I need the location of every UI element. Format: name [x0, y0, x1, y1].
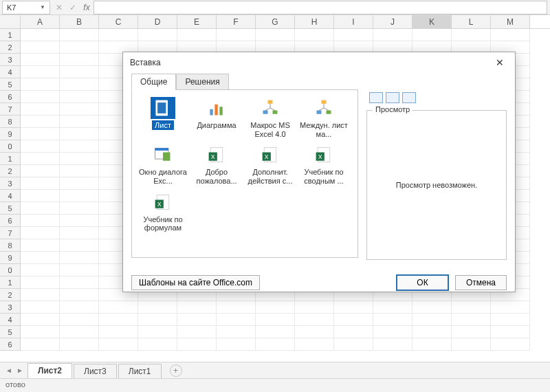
cell[interactable]: [60, 91, 99, 103]
column-header[interactable]: M: [491, 15, 530, 28]
cell[interactable]: [21, 227, 60, 239]
cell[interactable]: [21, 54, 60, 66]
cell[interactable]: [21, 338, 60, 351]
cell[interactable]: [60, 29, 99, 41]
cell[interactable]: [60, 239, 99, 252]
cell[interactable]: [491, 314, 530, 326]
cell[interactable]: [138, 314, 177, 326]
template-item[interactable]: XДополнит. действия с...: [243, 141, 297, 188]
cell[interactable]: [21, 314, 60, 326]
details-view-icon[interactable]: [402, 92, 416, 103]
cell[interactable]: [21, 41, 60, 54]
cell[interactable]: [217, 338, 256, 351]
column-header[interactable]: H: [295, 15, 334, 28]
cell[interactable]: [334, 314, 373, 326]
cell[interactable]: [412, 326, 452, 338]
column-header[interactable]: B: [60, 15, 99, 28]
column-header[interactable]: C: [99, 15, 138, 28]
cell[interactable]: [60, 202, 99, 215]
template-item[interactable]: XУчебник по сводным ...: [297, 141, 351, 188]
cell[interactable]: [60, 78, 99, 91]
cell[interactable]: [60, 153, 99, 165]
cell[interactable]: [177, 301, 217, 314]
formula-input[interactable]: [94, 1, 547, 14]
row-header[interactable]: 5: [0, 78, 21, 91]
template-item[interactable]: Окно диалога Exc...: [136, 141, 190, 188]
cell[interactable]: [21, 177, 60, 190]
column-header[interactable]: I: [334, 15, 373, 28]
cell[interactable]: [177, 314, 217, 326]
cell[interactable]: [21, 91, 60, 103]
row-header[interactable]: 4: [0, 66, 21, 78]
cell[interactable]: [60, 326, 99, 338]
cell[interactable]: [412, 29, 452, 41]
cell[interactable]: [412, 338, 452, 351]
row-header[interactable]: 3: [0, 177, 21, 190]
cell[interactable]: [60, 301, 99, 314]
cell[interactable]: [60, 128, 99, 140]
enter-icon[interactable]: ✓: [66, 3, 80, 12]
template-item[interactable]: Лист: [136, 94, 190, 141]
cell[interactable]: [60, 289, 99, 301]
cell[interactable]: [60, 264, 99, 276]
template-item[interactable]: Диаграмма: [190, 94, 243, 141]
cell[interactable]: [491, 301, 530, 314]
row-header[interactable]: 0: [0, 264, 21, 276]
close-icon[interactable]: ✕: [492, 56, 508, 69]
cell[interactable]: [452, 301, 491, 314]
sheet-tab[interactable]: Лист2: [28, 363, 72, 379]
cell[interactable]: [256, 29, 295, 41]
dialog-tab[interactable]: Решения: [176, 74, 228, 90]
row-header[interactable]: 0: [0, 140, 21, 153]
row-header[interactable]: 6: [0, 338, 21, 351]
column-header[interactable]: E: [177, 15, 217, 28]
row-header[interactable]: 4: [0, 190, 21, 202]
cell[interactable]: [217, 29, 256, 41]
cell[interactable]: [412, 314, 452, 326]
cell[interactable]: [334, 338, 373, 351]
fx-icon[interactable]: fx: [80, 3, 94, 12]
cell[interactable]: [452, 326, 491, 338]
cancel-button[interactable]: Отмена: [455, 275, 507, 290]
row-header[interactable]: 6: [0, 91, 21, 103]
column-header[interactable]: D: [138, 15, 177, 28]
row-header[interactable]: 9: [0, 252, 21, 264]
cell[interactable]: [177, 29, 217, 41]
cell[interactable]: [21, 252, 60, 264]
cell[interactable]: [373, 326, 412, 338]
cell[interactable]: [60, 165, 99, 177]
cell[interactable]: [99, 326, 138, 338]
cell[interactable]: [60, 314, 99, 326]
cell[interactable]: [295, 326, 334, 338]
nav-next-icon[interactable]: ►: [16, 367, 23, 374]
cell[interactable]: [60, 338, 99, 351]
row-header[interactable]: 7: [0, 227, 21, 239]
cell[interactable]: [295, 338, 334, 351]
select-all-corner[interactable]: [0, 15, 21, 28]
cell[interactable]: [452, 338, 491, 351]
cell[interactable]: [21, 326, 60, 338]
cell[interactable]: [295, 301, 334, 314]
cell[interactable]: [21, 301, 60, 314]
column-header[interactable]: G: [256, 15, 295, 28]
large-icons-view-icon[interactable]: [369, 92, 383, 103]
row-header[interactable]: 3: [0, 54, 21, 66]
cell[interactable]: [373, 29, 412, 41]
row-header[interactable]: 4: [0, 314, 21, 326]
chevron-down-icon[interactable]: ▼: [40, 4, 45, 10]
cell[interactable]: [60, 103, 99, 116]
dialog-titlebar[interactable]: Вставка ✕: [123, 52, 515, 73]
nav-prev-icon[interactable]: ◄: [6, 367, 12, 374]
cell[interactable]: [491, 29, 530, 41]
row-header[interactable]: 7: [0, 103, 21, 116]
cell[interactable]: [256, 338, 295, 351]
cell[interactable]: [21, 29, 60, 41]
column-header[interactable]: L: [452, 15, 491, 28]
cell[interactable]: [60, 227, 99, 239]
template-item[interactable]: Междун. лист ма...: [297, 94, 351, 141]
cell[interactable]: [60, 252, 99, 264]
column-header[interactable]: K: [412, 15, 452, 28]
cell[interactable]: [21, 239, 60, 252]
cell[interactable]: [334, 29, 373, 41]
row-header[interactable]: 2: [0, 165, 21, 177]
